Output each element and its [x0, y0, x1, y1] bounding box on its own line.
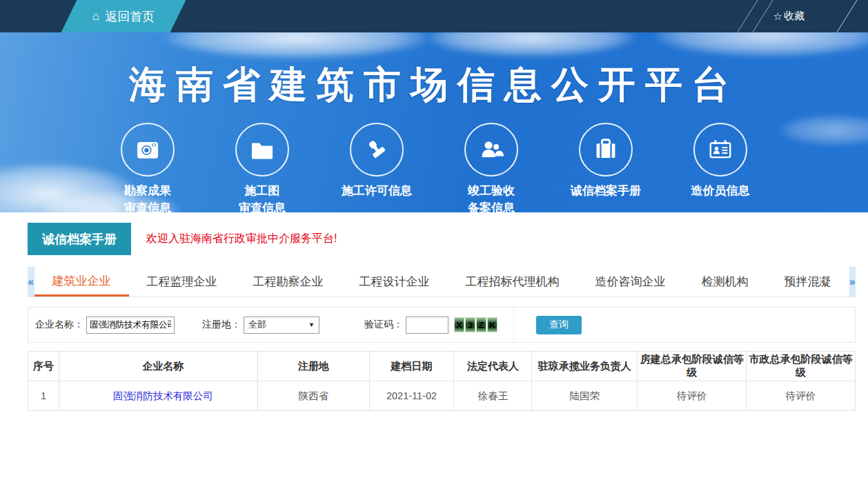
section-header: 诚信档案手册 欢迎入驻海南省行政审批中介服务平台! — [28, 223, 856, 255]
cell-grade-municipal: 待评价 — [747, 381, 856, 411]
divider — [513, 308, 514, 342]
banner: 海南省建筑市场信息公开平台 勘察成果 审查信息 — [0, 32, 868, 212]
nav-item-construction-permit[interactable]: 施工许可信息 — [335, 123, 419, 212]
tab-ready-mixed-concrete[interactable]: 预拌混凝 — [767, 267, 849, 297]
col-header-region: 注册地 — [257, 352, 369, 381]
tabs-prev-button[interactable]: « — [28, 267, 34, 297]
cell-seq: 1 — [28, 381, 59, 411]
nav-label-line: 施工图 — [239, 183, 286, 200]
table-header-row: 序号 企业名称 注册地 建档日期 法定代表人 驻琼承揽业务负责人 房建总承包阶段… — [28, 352, 856, 381]
cloud-decoration — [428, 32, 635, 57]
region-selected-value: 全部 — [248, 319, 266, 331]
folder-icon — [249, 137, 275, 163]
captcha-char: K — [487, 317, 497, 332]
col-header-company: 企业名称 — [59, 352, 257, 381]
col-header-legal-rep: 法定代表人 — [454, 352, 532, 381]
nav-label-line: 造价员信息 — [691, 183, 750, 200]
col-header-manager: 驻琼承揽业务负责人 — [532, 352, 638, 381]
company-link[interactable]: 固强消防技术有限公司 — [113, 390, 213, 401]
col-header-grade-housing: 房建总承包阶段诚信等级 — [638, 352, 747, 381]
cloud-decoration — [166, 32, 428, 59]
region-select[interactable]: 全部 ▼ — [244, 317, 319, 334]
col-header-grade-municipal: 市政总承包阶段诚信等级 — [747, 352, 856, 381]
nav-label-line: 施工许可信息 — [342, 183, 412, 200]
captcha-image[interactable]: X 3 Z K — [454, 317, 498, 332]
back-home-label: 返回首页 — [105, 8, 155, 25]
cloud-decoration — [655, 32, 868, 57]
banner-nav: 勘察成果 审查信息 施工图 审查信息 — [0, 123, 868, 212]
table-row: 1 固强消防技术有限公司 陕西省 2021-11-02 徐春王 陆国荣 待评价 … — [28, 381, 856, 411]
captcha-input[interactable] — [406, 317, 448, 334]
favorite-label: 收藏 — [784, 10, 805, 23]
cell-grade-housing: 待评价 — [638, 381, 747, 411]
favorite-button[interactable]: ☆ 收藏 — [773, 0, 805, 32]
company-name-label: 企业名称： — [35, 319, 83, 331]
search-panel: 企业名称： 注册地： 全部 ▼ 验证码： X 3 Z K 查询 — [28, 307, 856, 343]
cell-legal-rep: 徐春王 — [454, 381, 532, 411]
diagonal-line — [831, 0, 861, 32]
results-table: 序号 企业名称 注册地 建档日期 法定代表人 驻琼承揽业务负责人 房建总承包阶段… — [28, 351, 856, 411]
col-header-seq: 序号 — [28, 352, 59, 381]
users-icon — [478, 137, 504, 163]
topbar: ⌂ 返回首页 ☆ 收藏 — [0, 0, 868, 32]
dropdown-arrow-icon: ▼ — [308, 321, 315, 328]
site-title: 海南省建筑市场信息公开平台 — [0, 60, 868, 110]
tab-construction-enterprise[interactable]: 建筑业企业 — [34, 267, 129, 297]
nav-label-line: 勘察成果 — [124, 183, 171, 200]
nav-item-construction-drawing[interactable]: 施工图 审查信息 — [220, 123, 304, 212]
nav-label-line: 竣工验收 — [468, 183, 515, 200]
captcha-char: Z — [476, 317, 486, 332]
tab-testing-agency[interactable]: 检测机构 — [684, 267, 767, 297]
cell-region: 陕西省 — [257, 381, 369, 411]
tab-bidding-agency[interactable]: 工程招标代理机构 — [448, 267, 578, 297]
star-icon: ☆ — [773, 10, 782, 23]
captcha-label: 验证码： — [364, 319, 403, 331]
stamp-icon — [364, 137, 390, 163]
query-button[interactable]: 查询 — [536, 316, 582, 334]
nav-label-line: 审查信息 — [124, 200, 171, 212]
nav-item-cost-engineer[interactable]: 造价员信息 — [678, 123, 762, 212]
briefcase-icon — [593, 137, 619, 163]
tab-design-enterprise[interactable]: 工程设计企业 — [342, 267, 448, 297]
idcard-icon — [707, 137, 733, 163]
captcha-char: 3 — [465, 317, 475, 332]
captcha-char: X — [454, 317, 464, 332]
col-header-date: 建档日期 — [369, 352, 454, 381]
tab-bar: « 建筑业企业 工程监理企业 工程勘察企业 工程设计企业 工程招标代理机构 造价… — [28, 267, 856, 297]
tab-supervision-enterprise[interactable]: 工程监理企业 — [129, 267, 235, 297]
welcome-message: 欢迎入驻海南省行政审批中介服务平台! — [146, 232, 337, 246]
cell-date: 2021-11-02 — [369, 381, 454, 411]
tabs-next-button[interactable]: » — [849, 267, 856, 297]
company-name-input[interactable] — [86, 317, 175, 334]
region-label: 注册地： — [202, 319, 241, 331]
nav-label-line: 备案信息 — [468, 200, 515, 212]
back-home-button[interactable]: ⌂ 返回首页 — [61, 0, 186, 32]
nav-item-survey-results[interactable]: 勘察成果 审查信息 — [106, 123, 190, 212]
cell-manager: 陆国荣 — [532, 381, 638, 411]
nav-item-integrity-archive[interactable]: 诚信档案手册 — [564, 123, 648, 212]
home-icon: ⌂ — [92, 10, 99, 23]
main-content: 诚信档案手册 欢迎入驻海南省行政审批中介服务平台! « 建筑业企业 工程监理企业… — [0, 223, 868, 411]
tab-survey-enterprise[interactable]: 工程勘察企业 — [235, 267, 342, 297]
section-title-badge: 诚信档案手册 — [28, 223, 131, 255]
nav-label-line: 诚信档案手册 — [571, 183, 641, 200]
camera-icon — [135, 137, 161, 163]
tab-cost-consulting[interactable]: 造价咨询企业 — [578, 267, 684, 297]
nav-item-completion-acceptance[interactable]: 竣工验收 备案信息 — [449, 123, 533, 212]
nav-label-line: 审查信息 — [239, 200, 286, 212]
diagonal-line — [732, 0, 762, 32]
